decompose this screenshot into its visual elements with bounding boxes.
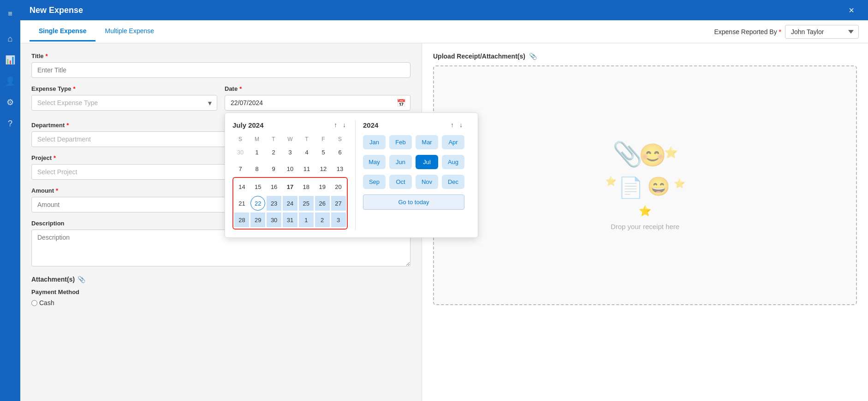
cal-day[interactable]: 17 <box>283 179 297 194</box>
cal-day[interactable]: 11 <box>299 161 314 176</box>
cal-day[interactable]: 20 <box>331 179 346 194</box>
month-nav: ↑ ↓ <box>332 120 348 130</box>
date-field-container: 22/07/2024 📅 July 2024 ↑ <box>225 95 410 111</box>
cal-day[interactable]: 4 <box>299 145 314 159</box>
cal-day[interactable]: 14 <box>234 179 249 194</box>
month-jan[interactable]: Jan <box>363 135 386 149</box>
cal-day[interactable]: 23 <box>267 196 281 211</box>
month-oct[interactable]: Oct <box>389 175 412 189</box>
cal-day[interactable]: 30 <box>233 145 248 159</box>
project-label: Project * <box>31 154 56 161</box>
cal-day[interactable]: 26 <box>315 196 330 211</box>
cash-radio[interactable] <box>31 300 37 306</box>
month-aug[interactable]: Aug <box>442 155 464 169</box>
cal-day[interactable]: 28 <box>234 212 249 227</box>
month-nov[interactable]: Nov <box>416 175 438 189</box>
calendar-icon[interactable]: 📅 <box>397 99 406 107</box>
attachments-row: Attachment(s) 📎 <box>31 276 410 283</box>
expense-type-field-group: Expense Type * Select Expense Type <box>31 85 217 111</box>
year-nav: ↑ ↓ <box>449 120 464 130</box>
day-headers: S M T W T F S 30 1 <box>232 135 348 177</box>
reporter-select[interactable]: John Taylor <box>785 25 859 39</box>
month-mar[interactable]: Mar <box>416 135 438 149</box>
cal-day[interactable]: 13 <box>333 161 347 176</box>
month-calendar-header: July 2024 ↑ ↓ <box>232 120 348 130</box>
cal-day[interactable]: 10 <box>283 161 297 176</box>
calendar-divider <box>355 120 356 230</box>
upload-section-title: Upload Receipt/Attachment(s) 📎 <box>433 53 857 60</box>
dialog-title: New Expense <box>30 6 83 15</box>
month-dec[interactable]: Dec <box>442 175 464 189</box>
cal-day[interactable]: 2 <box>266 145 281 159</box>
upload-section: Upload Receipt/Attachment(s) 📎 📎 😊 ⭐ ⭐ 📄… <box>422 43 868 401</box>
date-field-group: Date * 22/07/2024 📅 <box>225 85 410 111</box>
year-nav-up[interactable]: ↑ <box>449 120 456 130</box>
cal-day[interactable]: 18 <box>299 179 314 194</box>
cal-day[interactable]: 12 <box>316 161 331 176</box>
upload-illustration: 📎 😊 ⭐ <box>612 140 678 168</box>
month-jun[interactable]: Jun <box>389 155 412 169</box>
month-nav-up[interactable]: ↑ <box>332 120 339 130</box>
cal-day[interactable]: 31 <box>283 212 297 227</box>
cal-day[interactable]: 15 <box>250 179 265 194</box>
day-header-t1: T <box>266 135 281 143</box>
go-to-today-button[interactable]: Go to today <box>363 195 464 210</box>
cal-day[interactable]: 8 <box>250 161 264 176</box>
cal-day[interactable]: 7 <box>233 161 248 176</box>
chart-icon[interactable]: 📊 <box>2 52 18 68</box>
home-icon[interactable]: ⌂ <box>2 30 18 47</box>
month-jul[interactable]: Jul <box>416 155 438 169</box>
year-calendar: 2024 ↑ ↓ Jan Feb Mar <box>363 120 464 230</box>
close-button[interactable]: × <box>844 3 859 18</box>
cal-day[interactable]: 21 <box>234 196 249 211</box>
cal-day[interactable]: 1 <box>299 212 314 227</box>
settings-icon[interactable]: ⚙ <box>2 94 18 111</box>
hamburger-icon[interactable]: ≡ <box>2 6 18 22</box>
month-calendar: July 2024 ↑ ↓ S M <box>232 120 348 230</box>
cal-day[interactable]: 30 <box>267 212 281 227</box>
month-sep[interactable]: Sep <box>363 175 386 189</box>
help-icon[interactable]: ? <box>2 115 18 132</box>
cal-week3: 14 15 16 17 18 19 20 21 <box>234 179 346 228</box>
form-area: Title * Expense Type * Select Expense Ty… <box>20 43 868 401</box>
cal-day[interactable]: 6 <box>333 145 347 159</box>
title-input[interactable] <box>31 62 410 78</box>
date-input[interactable]: 22/07/2024 <box>225 95 410 111</box>
date-label: Date * <box>225 85 410 92</box>
expense-type-select[interactable]: Select Expense Type <box>31 95 217 111</box>
month-feb[interactable]: Feb <box>389 135 412 149</box>
payment-field-group: Payment Method Cash <box>31 289 410 307</box>
upload-area[interactable]: 📎 😊 ⭐ ⭐ 📄 😄 ⭐ ⭐ Drop your receipt here <box>433 65 857 305</box>
cal-day[interactable]: 27 <box>331 196 346 211</box>
cal-day[interactable]: 9 <box>266 161 281 176</box>
month-apr[interactable]: Apr <box>442 135 464 149</box>
paperclip-icon: 📎 <box>77 276 85 283</box>
cal-day[interactable]: 29 <box>250 212 265 227</box>
tab-single-expense[interactable]: Single Expense <box>30 22 95 41</box>
cal-day[interactable]: 2 <box>315 212 330 227</box>
title-field-group: Title * <box>31 53 410 78</box>
cash-radio-label[interactable]: Cash <box>31 299 54 307</box>
cal-day[interactable]: 3 <box>331 212 346 227</box>
year-calendar-header: 2024 ↑ ↓ <box>363 120 464 130</box>
cal-day[interactable]: 1 <box>250 145 264 159</box>
users-icon[interactable]: 👤 <box>2 73 18 89</box>
month-may[interactable]: May <box>363 155 386 169</box>
cal-day[interactable]: 5 <box>316 145 331 159</box>
date-input-wrap: 22/07/2024 📅 <box>225 95 410 111</box>
day-header-m: M <box>249 135 265 143</box>
year-nav-down[interactable]: ↓ <box>458 120 464 130</box>
cal-day[interactable]: 25 <box>299 196 314 211</box>
title-bar: New Expense × <box>20 0 868 20</box>
day-header-w: W <box>282 135 298 143</box>
cal-day-22[interactable]: 22 <box>250 196 265 211</box>
cal-day[interactable]: 19 <box>315 179 330 194</box>
cal-day[interactable]: 16 <box>267 179 281 194</box>
month-nav-down[interactable]: ↓ <box>341 120 348 130</box>
reporter-label: Expense Reported By * <box>714 28 781 35</box>
cal-day[interactable]: 24 <box>283 196 297 211</box>
upload-illustration-2: ⭐ 📄 😄 ⭐ <box>605 176 685 200</box>
cal-day[interactable]: 3 <box>283 145 297 159</box>
expense-date-row: Expense Type * Select Expense Type Date … <box>31 85 410 118</box>
tab-multiple-expense[interactable]: Multiple Expense <box>95 22 163 41</box>
